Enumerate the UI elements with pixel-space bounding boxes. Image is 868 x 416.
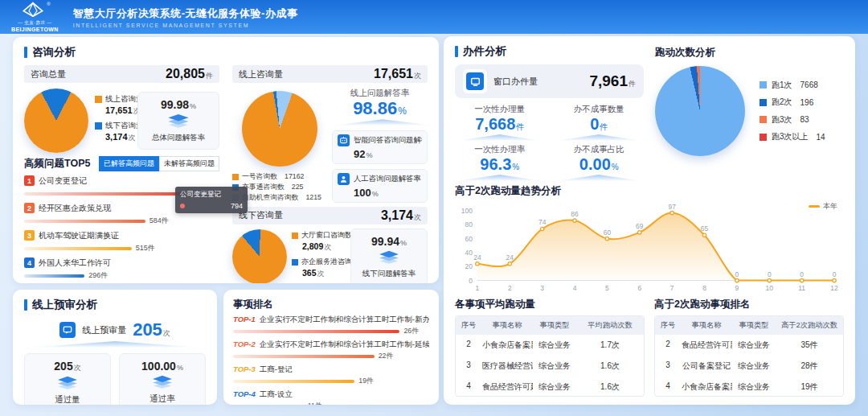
ranking-item: TOP-3工商-登记 19件 — [233, 365, 429, 386]
cell-index: 2 — [655, 335, 681, 356]
svg-text:0: 0 — [768, 270, 772, 278]
legend-label: 自助机查询咨询数 — [242, 192, 298, 203]
run-count-legend: 跑1次7668 跑2次196 跑3次83 跑3次以上14 — [760, 73, 825, 149]
top5-item-bar — [24, 274, 84, 278]
tooltip-value: 794 — [231, 202, 243, 210]
cell-index: 2 — [456, 335, 481, 356]
cell-item-name: 食品经营许可新办 — [681, 335, 732, 356]
manual-rate-value: 100% — [354, 187, 422, 199]
legend-label: 跑3次以上 — [772, 131, 809, 142]
top5-tabs: 已解答高频问题 未解答高频问题 — [99, 156, 219, 171]
cell-item-name: 食品经营许可延续 — [481, 377, 533, 397]
svg-text:1: 1 — [476, 284, 480, 292]
legend-swatch — [232, 174, 239, 180]
logo: ® — 北京·亦庄 — BEIJINGETOWN — [11, 2, 59, 32]
ranking-rank-label: TOP-4 — [233, 389, 256, 398]
title-bar-accent — [455, 46, 458, 57]
svg-text:74: 74 — [538, 218, 547, 226]
svg-text:0: 0 — [800, 270, 804, 278]
header-titles: 智慧大厅分析决策系统-无缝化服务体验-办成事 INTELLIGENT SERVI… — [73, 6, 298, 28]
svg-text:40: 40 — [465, 249, 473, 257]
svg-text:10: 10 — [766, 284, 774, 292]
over2-run-table-block: 高于2次跑动事项排名 序号事项名称事项类型高于2次跑动次数 2食品经营许可新办综… — [654, 293, 844, 397]
legend-label: 跑3次 — [772, 114, 792, 126]
offline-consult-value: 3,174次 — [381, 208, 421, 223]
trend-chart-block: 高于2次跑动量趋势分析 本年 0204060801001234567891011… — [455, 184, 844, 293]
ranking-item-value: 11件 — [308, 402, 322, 405]
legend-swatch — [760, 134, 767, 141]
ranking-item-name: 工商-设立 — [260, 389, 293, 400]
svg-text:0: 0 — [469, 277, 473, 285]
run-count-title: 跑动次数分析 — [655, 46, 844, 60]
pedestal-decoration — [458, 175, 542, 181]
person-icon — [338, 173, 350, 185]
legend-label: 一号咨询数 — [242, 171, 277, 182]
cell-item-name: 医疗器械经营许... — [481, 356, 533, 377]
svg-text:20: 20 — [465, 262, 473, 270]
top5-item-name: 机动车驾驶证期满换证 — [39, 230, 119, 241]
legend-swatch — [292, 259, 298, 266]
case-stat: 办不成事数量 0件 — [555, 104, 645, 141]
avg-run-table: 序号事项名称事项类型平均跑动次数 2小食杂店备案新办综合业务1.7次 3医疗器械… — [455, 315, 645, 397]
monitor-icon — [59, 322, 76, 338]
top5-item: 3机动车驾驶证期满换证 515件 — [24, 230, 219, 254]
precheck-main-value: 205次 — [133, 319, 170, 340]
over2-run-table-title: 高于2次跑动事项排名 — [654, 298, 844, 311]
tab-answered-questions[interactable]: 已解答高频问题 — [99, 156, 159, 171]
legend-value: 17,651次 — [105, 105, 131, 117]
cell-item-type: 综合业务 — [533, 356, 576, 377]
cell-value: 35件 — [776, 335, 843, 356]
cell-value: 1.6次 — [576, 356, 644, 377]
cell-item-type: 综合业务 — [533, 335, 576, 356]
top5-item-name: 外国人来华工作许可 — [39, 257, 111, 269]
window-cases-value: 7,961件 — [589, 72, 636, 90]
consult-online-column: 线上咨询量 17,651次 一号咨询数17162 亦事通咨询数225 自助机查询… — [232, 65, 428, 283]
legend-item: 跑3次以上14 — [760, 131, 825, 142]
cell-index: 4 — [456, 377, 481, 397]
table-row: 4食品经营许可延续综合业务1.6次 — [456, 377, 644, 397]
cell-index: 3 — [655, 356, 681, 377]
pass-rate-label: 通过率 — [123, 393, 202, 405]
legend-value: 2,809次 — [302, 241, 346, 253]
legend-value: 1215 — [305, 192, 321, 203]
pass-count-value: 205次 — [28, 360, 107, 373]
legend-label: 跑2次 — [772, 97, 792, 108]
logo-chinese: — 北京·亦庄 — — [18, 21, 51, 26]
legend-value: 365次 — [302, 268, 346, 279]
legend-swatch — [760, 99, 767, 106]
tab-unanswered-questions[interactable]: 未解答高频问题 — [159, 156, 219, 171]
cell-item-type: 综合业务 — [732, 335, 776, 356]
case-analysis-panel: 办件分析 窗口办件量 7,961件 一次性办理量 7,668件 办不成事数量 — [444, 36, 855, 405]
ranking-rank-label: TOP-1 — [233, 315, 256, 323]
window-icon — [463, 69, 487, 93]
svg-text:0: 0 — [735, 270, 739, 278]
cell-item-name: 小食杂店备案新办 — [681, 377, 732, 397]
online-consult-label: 线上咨询量 — [239, 68, 283, 80]
overall-rate-label: 总体问题解答率 — [141, 133, 215, 143]
svg-text:65: 65 — [701, 224, 709, 233]
case-stat-value: 7,668件 — [455, 115, 545, 134]
app-subtitle: INTELLIGENT SERVICE MANAGEMENT SYSTEM — [73, 23, 298, 28]
ranking-item-name: 企业实行不定时工作制和综合计算工时工作制-延续 — [260, 340, 429, 350]
ranking-item: TOP-4工商-设立 11件 — [233, 389, 429, 405]
pass-count-card: 205次 通过量 — [24, 353, 111, 405]
ranking-item-bar — [233, 380, 354, 383]
ranking-item-bar — [233, 355, 375, 358]
table-row: 2小食杂店备案新办综合业务1.7次 — [456, 335, 644, 356]
svg-text:60: 60 — [465, 235, 473, 243]
legend-value: 196 — [800, 98, 814, 107]
table-header-cell: 序号 — [655, 316, 681, 335]
legend-item: 跑2次196 — [760, 97, 825, 108]
legend-item: 线下咨询量 3,174次 — [95, 121, 131, 143]
legend-label: 跑1次 — [772, 80, 792, 91]
legend-line-swatch — [809, 205, 820, 208]
overall-rate-value: 99.98% — [141, 98, 215, 111]
svg-text:0: 0 — [833, 270, 837, 278]
legend-value: 225 — [292, 182, 304, 192]
precheck-section-title: 线上预审分析 — [24, 298, 206, 312]
ranking-rank-label: TOP-2 — [233, 340, 256, 348]
over2-run-table: 序号事项名称事项类型高于2次跑动次数 2食品经营许可新办综合业务35件 3公司备… — [654, 315, 844, 397]
ranking-title: 事项排名 — [233, 298, 429, 311]
ranking-item-value: 22件 — [379, 352, 394, 361]
layers-icon — [354, 250, 424, 267]
